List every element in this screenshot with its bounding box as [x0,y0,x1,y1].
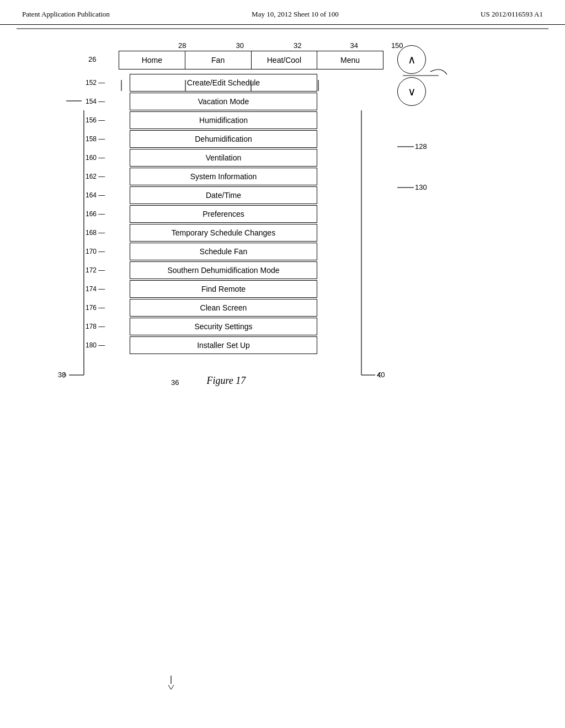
menu-item-row-152: 152 — Create/Edit Schedule [130,74,317,92]
menu-item-find-remote[interactable]: Find Remote [130,280,317,298]
ref-168: 168 — [86,229,105,237]
ref-28-label: 28 [178,41,186,50]
menu-item-temporary-schedule-changes[interactable]: Temporary Schedule Changes [130,224,317,242]
ref-180: 180 — [86,341,105,349]
menu-list: 152 — Create/Edit Schedule 154 — Vacatio… [130,74,317,354]
menu-item-security-settings[interactable]: Security Settings [130,318,317,335]
menu-item-row-160: 160 — Ventilation [130,149,317,167]
tab-fan[interactable]: Fan [185,51,252,69]
menu-item-southern-dehumidification-mode[interactable]: Southern Dehumidification Mode [130,261,317,279]
ref-34-label: 34 [350,41,358,50]
ref-26-label: 26 [88,55,96,63]
menu-item-row-174: 174 — Find Remote [130,280,317,298]
ref-156: 156 — [86,116,105,124]
header-left: Patent Application Publication [22,10,110,19]
ref-166: 166 — [86,210,105,218]
menu-item-vacation-mode[interactable]: Vacation Mode [130,93,317,110]
ref-158: 158 — [86,135,105,143]
menu-item-row-180: 180 — Installer Set Up [130,336,317,354]
ref-164: 164 — [86,191,105,199]
up-arrow-button[interactable]: ∧ [397,45,426,74]
patent-header: Patent Application Publication May 10, 2… [0,0,565,25]
ref-160: 160 — [86,154,105,162]
menu-item-system-information[interactable]: System Information [130,168,317,185]
tab-menu[interactable]: Menu [317,51,383,69]
ref-176: 176 — [86,304,105,312]
menu-item-row-158: 158 — Dehumidification [130,130,317,148]
figure-caption: Figure 17 [206,375,246,387]
menu-item-clean-screen[interactable]: Clean Screen [130,299,317,317]
up-arrow-icon: ∧ [408,53,416,66]
header-right: US 2012/0116593 A1 [481,10,543,19]
menu-item-row-170: 170 — Schedule Fan [130,243,317,260]
ref-36-label: 36 [171,378,179,387]
tab-heatcool[interactable]: Heat/Cool [252,51,318,69]
menu-item-create-edit-schedule[interactable]: Create/Edit Schedule [130,74,317,92]
ref-174: 174 — [86,285,105,293]
menu-item-ventilation[interactable]: Ventilation [130,149,317,167]
ref-178: 178 — [86,323,105,330]
menu-item-row-176: 176 — Clean Screen [130,299,317,317]
menu-item-humidification[interactable]: Humidification [130,111,317,129]
menu-item-row-178: 178 — Security Settings [130,318,317,335]
menu-item-schedule-fan[interactable]: Schedule Fan [130,243,317,260]
tab-home[interactable]: Home [119,51,185,69]
menu-item-datetime[interactable]: Date/Time [130,186,317,204]
menu-item-preferences[interactable]: Preferences [130,205,317,223]
ref-154: 154 — [86,98,105,105]
menu-item-row-172: 172 — Southern Dehumidification Mode [130,261,317,279]
ref-30-label: 30 [236,41,243,50]
menu-item-row-154: 154 — Vacation Mode [130,93,317,110]
ref-162: 162 — [86,173,105,180]
arrow-buttons-container: ∧ ∨ [397,45,426,109]
menu-item-row-162: 162 — System Information [130,168,317,185]
header-center: May 10, 2012 Sheet 10 of 100 [252,10,339,19]
down-arrow-icon: ∨ [408,85,416,98]
nav-bar: Home Fan Heat/Cool Menu [119,51,383,69]
menu-item-row-164: 164 — Date/Time [130,186,317,204]
menu-item-installer-set-up[interactable]: Installer Set Up [130,336,317,354]
menu-item-row-166: 166 — Preferences [130,205,317,223]
ref-170: 170 — [86,248,105,255]
menu-item-dehumidification[interactable]: Dehumidification [130,130,317,148]
down-arrow-button[interactable]: ∨ [397,77,426,106]
ref-172: 172 — [86,266,105,274]
ref-152: 152 — [86,79,105,87]
menu-item-row-168: 168 — Temporary Schedule Changes [130,224,317,242]
ref-32-label: 32 [294,41,301,50]
menu-item-row-156: 156 — Humidification [130,111,317,129]
